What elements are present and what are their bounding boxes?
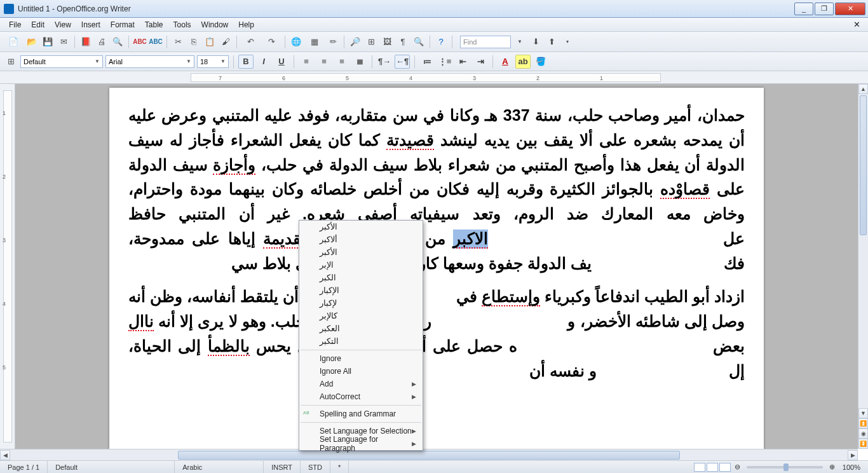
suggestion-7[interactable]: كالإبر <box>299 310 423 322</box>
zoom-level[interactable]: 100% <box>835 461 868 473</box>
paragraph-style-combo[interactable]: Default ▼ <box>20 55 103 68</box>
align-center-button[interactable]: ≡ <box>316 55 332 69</box>
gallery-button[interactable]: 🖼 <box>380 35 394 49</box>
menu-format[interactable]: Format <box>105 18 140 31</box>
suggestion-1[interactable]: ألاكبر <box>299 233 423 246</box>
save-button[interactable]: 💾 <box>41 35 55 49</box>
suggestion-4[interactable]: الكبر <box>299 271 423 284</box>
menu-view[interactable]: View <box>50 18 76 31</box>
scroll-up-button[interactable]: ▲ <box>858 84 868 94</box>
restore-button[interactable]: ❐ <box>815 3 834 15</box>
zoom-in-button[interactable]: ⊕ <box>829 463 835 471</box>
font-name-combo[interactable]: Arial ▼ <box>105 55 194 68</box>
decrease-indent-button[interactable]: ⇤ <box>455 55 470 69</box>
auto-spellcheck-button[interactable]: ABC <box>149 35 163 49</box>
scroll-thumb[interactable] <box>860 95 867 235</box>
multi-page-view[interactable] <box>707 463 718 472</box>
page[interactable]: حمدان، أمير وصاحب حلب، سنة 337 هـ وكانا … <box>109 88 764 449</box>
navigator-button[interactable]: ⊞ <box>364 35 378 49</box>
underline-button[interactable]: U <box>274 55 289 69</box>
new-button[interactable]: 📄 <box>4 35 23 49</box>
autocorrect-item[interactable]: AutoCorrect▶ <box>299 390 423 403</box>
single-page-view[interactable] <box>694 463 705 472</box>
increase-indent-button[interactable]: ⇥ <box>473 55 488 69</box>
find-prev-button[interactable]: ⬆ <box>545 35 559 49</box>
hscroll-thumb[interactable] <box>178 451 681 460</box>
ignore-item[interactable]: Ignore <box>299 352 423 365</box>
show-draw-button[interactable]: ✏ <box>326 35 340 49</box>
prev-page-button[interactable]: ⏫ <box>858 418 868 428</box>
close-button[interactable]: ✕ <box>835 3 865 15</box>
menu-tools[interactable]: Tools <box>168 18 196 31</box>
page-number-cell[interactable]: Page 1 / 1 <box>0 461 48 473</box>
highlight-button[interactable]: ab <box>515 55 531 69</box>
font-size-combo[interactable]: 18 ▼ <box>197 55 229 68</box>
find-input[interactable]: Find <box>460 36 511 48</box>
menu-table[interactable]: Table <box>140 18 168 31</box>
help-button[interactable]: ? <box>434 35 448 49</box>
find-next-button[interactable]: ⬇ <box>529 35 543 49</box>
set-lang-paragraph-item[interactable]: Set Language for Paragraph▶ <box>299 437 423 450</box>
add-item[interactable]: Add▶ <box>299 378 423 390</box>
scroll-left-button[interactable]: ◀ <box>0 450 10 460</box>
print-preview-button[interactable]: 🔍 <box>111 35 125 49</box>
bold-button[interactable]: B <box>238 55 254 69</box>
styles-button[interactable]: ⊞ <box>4 55 18 69</box>
font-color-button[interactable]: A <box>498 55 513 69</box>
scroll-right-button[interactable]: ▶ <box>848 450 858 460</box>
hyperlink-button[interactable]: 🌐 <box>289 35 303 49</box>
zoom-out-button[interactable]: ⊖ <box>735 463 740 471</box>
scroll-down-button[interactable]: ▼ <box>858 408 868 418</box>
copy-button[interactable]: ⎘ <box>187 35 201 49</box>
suggestion-6[interactable]: لإكبار <box>299 297 423 310</box>
suggestion-2[interactable]: الأكبر <box>299 246 423 259</box>
selection-mode-cell[interactable]: STD <box>301 461 330 473</box>
redo-button[interactable]: ↷ <box>262 35 281 49</box>
vertical-scrollbar[interactable]: ▲ ▼ ⏫ ◉ ⏬ <box>858 84 868 449</box>
email-button[interactable]: ✉ <box>57 35 71 49</box>
find-replace-button[interactable]: 🔎 <box>348 35 362 49</box>
next-page-button[interactable]: ⏬ <box>858 439 868 449</box>
spelling-grammar-item[interactable]: ᴬᴮSpelling and Grammar <box>299 408 423 420</box>
justify-button[interactable]: ≣ <box>352 55 367 69</box>
ltr-button[interactable]: ¶→ <box>377 55 392 69</box>
document-close-button[interactable]: ✕ <box>850 20 864 29</box>
spellcheck-button[interactable]: ABC <box>133 35 147 49</box>
insert-mode-cell[interactable]: INSRT <box>264 461 301 473</box>
document-text[interactable]: حمدان، أمير وصاحب حلب، سنة 337 هـ وكانا … <box>128 103 745 383</box>
suggestion-5[interactable]: الإكبار <box>299 284 423 297</box>
book-view[interactable] <box>719 463 731 472</box>
cut-button[interactable]: ✂ <box>171 35 185 49</box>
print-button[interactable]: 🖨 <box>95 35 109 49</box>
menu-help[interactable]: Help <box>233 18 259 31</box>
paste-button[interactable]: 📋 <box>203 35 217 49</box>
horizontal-scrollbar[interactable]: ◀ ▶ <box>0 449 858 460</box>
zoom-knob[interactable] <box>783 463 789 471</box>
menu-edit[interactable]: Edit <box>26 18 50 31</box>
suggestion-0[interactable]: الأكبر <box>299 221 423 233</box>
menu-window[interactable]: Window <box>196 18 234 31</box>
minimize-button[interactable]: _ <box>794 3 813 15</box>
page-style-cell[interactable]: Default <box>48 461 175 473</box>
zoom-button[interactable]: 🔍 <box>412 35 426 49</box>
suggestion-9[interactable]: التكبر <box>299 335 423 348</box>
format-paintbrush-button[interactable]: 🖌 <box>219 35 233 49</box>
language-cell[interactable]: Arabic <box>175 461 264 473</box>
rtl-button[interactable]: ←¶ <box>395 55 410 69</box>
suggestion-8[interactable]: العكبر <box>299 322 423 335</box>
undo-button[interactable]: ↶ <box>241 35 260 49</box>
bullets-button[interactable]: ⋮≡ <box>437 55 452 69</box>
background-color-button[interactable]: 🪣 <box>533 55 548 69</box>
open-button[interactable]: 📂 <box>25 35 39 49</box>
table-button[interactable]: ▦ <box>305 35 324 49</box>
find-dropdown[interactable]: ▼ <box>513 35 527 49</box>
nav-button[interactable]: ◉ <box>858 428 868 439</box>
align-right-button[interactable]: ≡ <box>334 55 349 69</box>
numbering-button[interactable]: ≔ <box>419 55 435 69</box>
suggestion-3[interactable]: الإبر <box>299 259 423 271</box>
menu-file[interactable]: File <box>4 18 26 31</box>
zoom-slider[interactable] <box>747 466 823 469</box>
ignore-all-item[interactable]: Ignore All <box>299 365 423 378</box>
toolbar-overflow[interactable]: ▾ <box>560 35 574 49</box>
menu-insert[interactable]: Insert <box>76 18 105 31</box>
